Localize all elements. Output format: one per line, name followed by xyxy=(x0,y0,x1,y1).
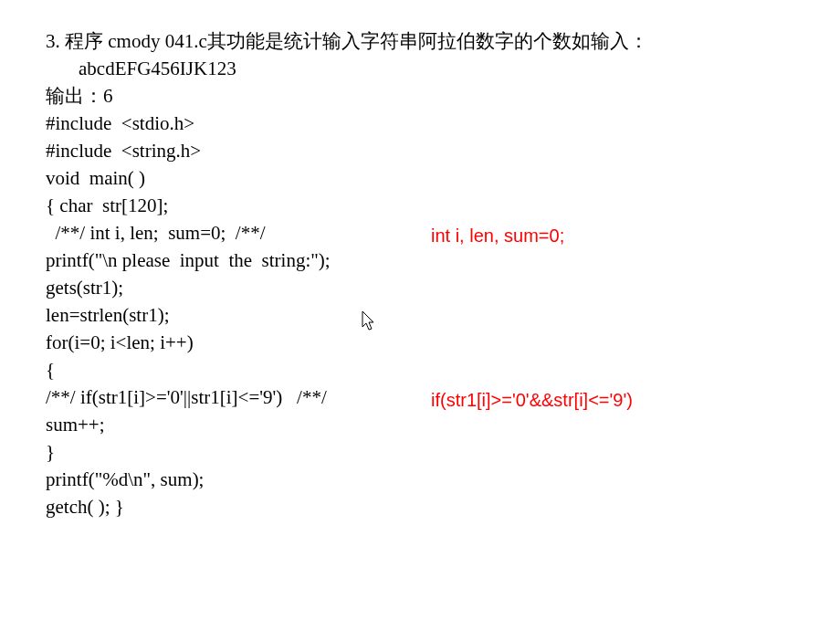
code-line-7: gets(str1); xyxy=(46,274,794,301)
code-line-10: { xyxy=(46,356,794,383)
code-line-13: } xyxy=(46,438,794,466)
code-line-2: #include <string.h> xyxy=(46,137,794,164)
correction-annotation-1: int i, len, sum=0; xyxy=(431,226,564,247)
code-line-1: #include <stdio.h> xyxy=(46,110,794,137)
code-line-9: for(i=0; i<len; i++) xyxy=(46,329,794,356)
code-line-6: printf("\n please input the string:"); xyxy=(46,247,794,274)
cursor-icon xyxy=(362,310,376,332)
slide-content: 3. 程序 cmody 041.c其功能是统计输入字符串阿拉伯数字的个数如输入：… xyxy=(0,0,840,548)
code-line-14: printf("%d\n", sum); xyxy=(46,466,794,493)
code-line-4: { char str[120]; xyxy=(46,192,794,219)
output-line: 输出：6 xyxy=(46,82,794,110)
question-line1: 3. 程序 cmody 041.c其功能是统计输入字符串阿拉伯数字的个数如输入： xyxy=(46,27,794,55)
question-line2: abcdEFG456IJK123 xyxy=(46,55,794,82)
question-text1: 程序 cmody 041.c其功能是统计输入字符串阿拉伯数字的个数如输入： xyxy=(65,30,648,52)
code-line-15: getch( ); } xyxy=(46,493,794,520)
question-number: 3. xyxy=(46,30,60,52)
correction-annotation-2: if(str1[i]>='0'&&str[i]<='9') xyxy=(431,390,633,411)
code-line-3: void main( ) xyxy=(46,164,794,192)
code-line-11: /**/ if(str1[i]>='0'||str1[i]<='9') /**/ xyxy=(46,383,794,411)
code-line-12: sum++; xyxy=(46,411,794,438)
code-line-8: len=strlen(str1); xyxy=(46,301,794,329)
code-line-5: /**/ int i, len; sum=0; /**/ xyxy=(46,219,794,247)
